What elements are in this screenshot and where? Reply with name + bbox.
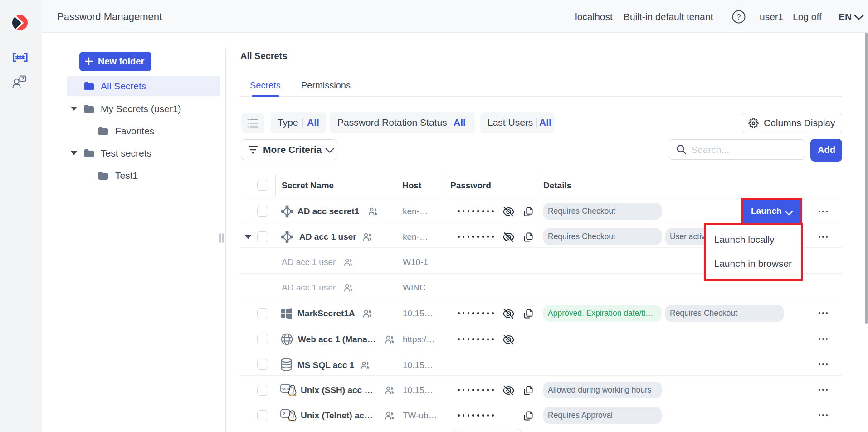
svg-text:?: ? [737,13,741,21]
svg-text:?: ? [21,76,24,81]
